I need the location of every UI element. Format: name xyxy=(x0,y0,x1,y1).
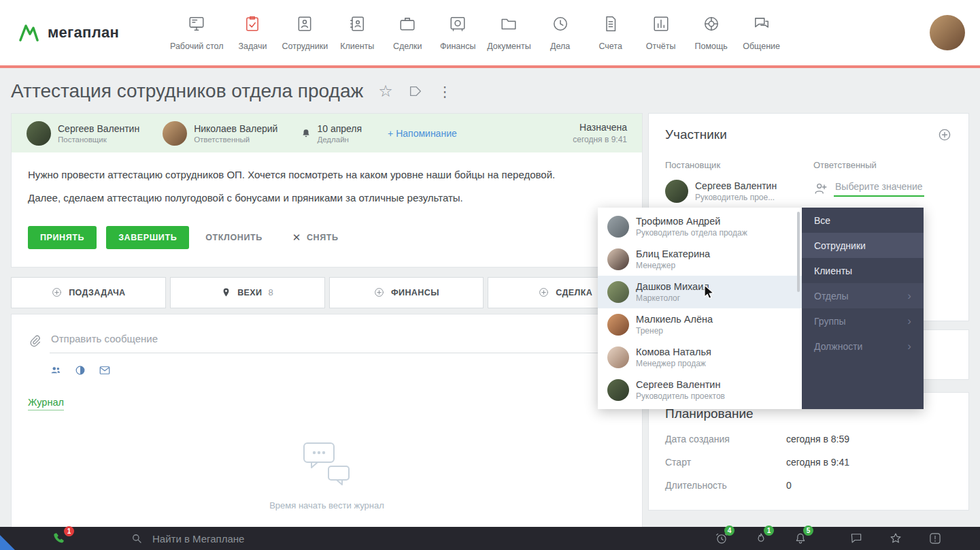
pin-icon xyxy=(221,287,231,298)
search-icon xyxy=(131,532,143,545)
responsible-select-input[interactable]: Выберите значение xyxy=(834,180,924,197)
nav-item-clients[interactable]: Клиенты xyxy=(332,15,382,51)
participant-owner[interactable]: Сергеев Валентин Руководитель прое... xyxy=(665,180,804,203)
planning-card: Планирование Дата создания сегодня в 8:5… xyxy=(648,392,969,511)
logo-icon xyxy=(19,22,42,43)
employee-name: Сергеев Валентин xyxy=(636,379,725,390)
task-responsible[interactable]: Николаев Валерий Ответственный xyxy=(163,121,277,146)
decline-button[interactable]: ОТКЛОНИТЬ xyxy=(199,226,269,249)
task-status: Назначена сегодня в 9:41 xyxy=(573,122,627,144)
main-nav: Рабочий стол Задачи Сотрудники Клиенты С… xyxy=(166,15,787,51)
bell-icon[interactable]: 5 xyxy=(794,532,807,545)
favorite-star-icon[interactable]: ☆ xyxy=(378,83,393,99)
avatar xyxy=(607,346,629,368)
nav-item-employees[interactable]: Сотрудники xyxy=(277,15,332,51)
subtab-label: СДЕЛКА xyxy=(556,288,592,297)
category-item-0[interactable]: Все xyxy=(802,208,924,233)
planning-row: Старт сегодня в 9:41 xyxy=(665,457,952,468)
phone-button[interactable]: 1 xyxy=(52,532,65,545)
nav-item-chat[interactable]: Общение xyxy=(737,15,787,51)
employee-option-0[interactable]: Трофимов Андрей Руководитель отдела прод… xyxy=(598,210,802,243)
alarm-icon[interactable]: 4 xyxy=(715,532,728,545)
category-item-3[interactable]: Отделы › xyxy=(802,283,924,308)
subtab-label: ФИНАНСЫ xyxy=(391,288,439,297)
fire-icon[interactable]: 1 xyxy=(754,532,768,545)
star-icon[interactable] xyxy=(889,532,902,545)
avatar xyxy=(607,281,629,303)
megaplan-logo[interactable]: мегаплан xyxy=(19,22,148,43)
task-deadline[interactable]: 10 апреля Дедлайн xyxy=(301,123,362,144)
nav-item-help[interactable]: Помощь xyxy=(686,15,737,51)
description-paragraph: Нужно провести аттестацию сотрудников ОП… xyxy=(28,167,626,182)
category-item-5[interactable]: Должности › xyxy=(802,334,924,359)
subtab-1[interactable]: ВЕХИ 8 xyxy=(170,277,325,308)
owner-column-label: Постановщик xyxy=(665,160,804,170)
employee-list: Трофимов Андрей Руководитель отдела прод… xyxy=(598,208,802,409)
nav-item-invoices[interactable]: Счета xyxy=(586,15,636,51)
tag-icon[interactable] xyxy=(408,84,423,99)
half-clock-icon[interactable] xyxy=(74,364,86,376)
envelope-icon[interactable] xyxy=(99,364,111,376)
employee-option-4[interactable]: Комова Наталья Менеджер продаж xyxy=(598,341,802,374)
nav-item-documents[interactable]: Документы xyxy=(483,15,535,51)
dropdown-scrollbar[interactable] xyxy=(797,212,800,292)
tab-journal[interactable]: Журнал xyxy=(28,397,64,410)
employee-option-3[interactable]: Малкиель Алёна Тренер xyxy=(598,308,802,341)
category-label: Сотрудники xyxy=(814,240,866,251)
chevron-right-icon: › xyxy=(907,314,911,328)
warning-icon[interactable] xyxy=(928,532,942,545)
employee-name: Малкиель Алёна xyxy=(636,314,713,325)
task-card: Сергеев Валентин Постановщик Николаев Ва… xyxy=(11,113,643,268)
avatar xyxy=(163,121,187,146)
composer-tools xyxy=(50,364,626,376)
employee-option-2[interactable]: Дашков Михаил Маркетолог xyxy=(598,276,802,308)
add-reminder-link[interactable]: + Напоминание xyxy=(388,128,457,139)
nav-item-label: Документы xyxy=(487,42,530,51)
category-item-4[interactable]: Группы › xyxy=(802,308,924,334)
message-composer[interactable]: Отправить сообщение xyxy=(28,329,626,353)
task-owner[interactable]: Сергеев Валентин Постановщик xyxy=(27,121,139,146)
kebab-menu-icon[interactable]: ⋮ xyxy=(438,84,452,99)
add-participant-icon[interactable] xyxy=(937,127,952,142)
message-placeholder: Отправить сообщение xyxy=(51,333,611,344)
nav-item-tasks[interactable]: Задачи xyxy=(227,15,277,51)
global-search[interactable]: Найти в Мегаплане xyxy=(131,532,244,545)
nav-item-label: Рабочий стол xyxy=(170,42,223,51)
planning-row: Длительность 0 xyxy=(665,480,952,491)
avatar xyxy=(607,248,629,270)
withdraw-label: СНЯТЬ xyxy=(307,233,339,242)
participants-icon[interactable] xyxy=(50,364,62,376)
message-input[interactable]: Отправить сообщение xyxy=(50,329,626,353)
logo-text: мегаплан xyxy=(48,24,119,42)
nav-item-deals[interactable]: Сделки xyxy=(382,15,433,51)
category-item-1[interactable]: Сотрудники xyxy=(802,233,924,258)
paperclip-icon[interactable] xyxy=(28,334,41,353)
employee-role: Руководитель отдела продаж xyxy=(636,228,747,238)
help-icon xyxy=(703,15,720,35)
category-item-2[interactable]: Клиенты xyxy=(802,258,924,283)
employee-role: Руководитель проектов xyxy=(636,391,725,401)
employee-name: Трофимов Андрей xyxy=(636,216,747,227)
nav-item-label: Сделки xyxy=(393,42,422,51)
nav-item-finance[interactable]: Финансы xyxy=(433,15,483,51)
nav-item-label: Счета xyxy=(598,42,622,51)
employee-option-1[interactable]: Блиц Екатерина Менеджер xyxy=(598,243,802,276)
plus-circle-icon xyxy=(51,287,63,298)
employee-option-5[interactable]: Сергеев Валентин Руководитель проектов xyxy=(598,374,802,406)
nav-item-desktop[interactable]: Рабочий стол xyxy=(166,15,227,51)
chat-icon xyxy=(753,15,771,35)
subtab-0[interactable]: ПОДЗАДАЧА xyxy=(11,277,166,308)
nav-item-reports[interactable]: Отчёты xyxy=(636,15,686,51)
nav-item-todos[interactable]: Дела xyxy=(535,15,586,51)
participant-name: Сергеев Валентин xyxy=(695,180,777,191)
user-avatar[interactable] xyxy=(930,15,965,50)
subtab-2[interactable]: ФИНАНСЫ xyxy=(329,277,484,308)
accept-button[interactable]: ПРИНЯТЬ xyxy=(28,226,97,249)
finish-button[interactable]: ЗАВЕРШИТЬ xyxy=(106,226,189,249)
withdraw-button[interactable]: ✕ СНЯТЬ xyxy=(286,225,345,250)
notification-icons: 415 xyxy=(715,532,942,545)
employee-name: Комова Наталья xyxy=(636,346,711,357)
task-column: Сергеев Валентин Постановщик Николаев Ва… xyxy=(11,113,643,532)
journal-empty-state: Время начать вести журнал xyxy=(28,442,626,511)
chat-bubble-icon[interactable] xyxy=(849,532,863,545)
